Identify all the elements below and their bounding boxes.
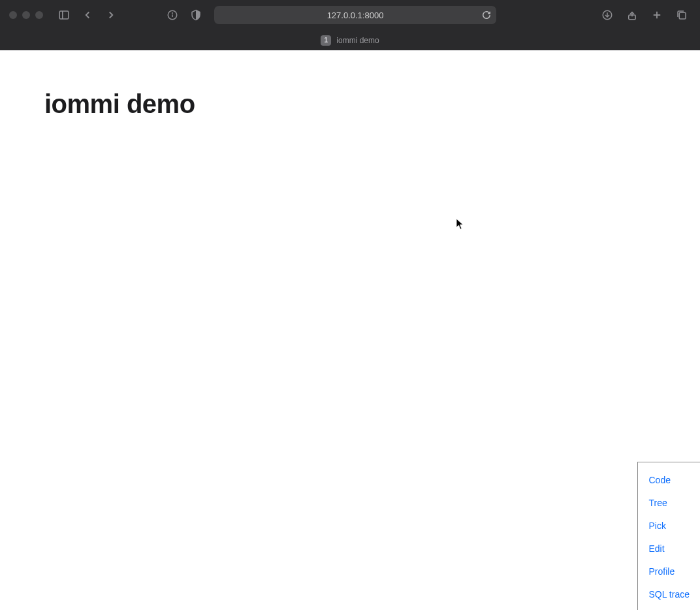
svg-rect-11 [679,12,686,19]
forward-button[interactable] [102,6,120,24]
window-controls [9,11,43,19]
cursor-icon [456,218,465,230]
maximize-window-button[interactable] [35,11,43,19]
debug-link-profile[interactable]: Profile [648,560,690,583]
page-title: iommi demo [44,89,656,119]
privacy-shield-icon[interactable] [187,6,205,24]
browser-tab[interactable]: 1 iommi demo [314,34,385,47]
page-content: iommi demo [0,50,700,158]
address-text: 127.0.0.1:8000 [327,10,384,20]
share-icon[interactable] [623,6,641,24]
debug-link-tree[interactable]: Tree [648,492,690,515]
tabs-overview-icon[interactable] [673,6,691,24]
svg-point-4 [172,13,173,14]
minimize-window-button[interactable] [22,11,30,19]
tab-title: iommi demo [336,36,379,45]
debug-link-pick[interactable]: Pick [648,515,690,538]
debug-link-edit[interactable]: Edit [648,538,690,560]
reload-icon[interactable] [482,10,491,20]
debug-panel: Code Tree Pick Edit Profile SQL trace [637,462,700,610]
tab-badge: 1 [321,35,331,46]
debug-link-sqltrace[interactable]: SQL trace [648,583,690,606]
svg-rect-0 [59,11,69,19]
new-tab-icon[interactable] [648,6,666,24]
tab-strip: 1 iommi demo [0,30,700,50]
back-button[interactable] [78,6,97,24]
downloads-icon[interactable] [598,6,616,24]
browser-chrome: 127.0.0.1:8000 [0,0,700,50]
close-window-button[interactable] [9,11,17,19]
address-bar[interactable]: 127.0.0.1:8000 [214,6,496,24]
browser-toolbar: 127.0.0.1:8000 [0,0,700,30]
debug-link-code[interactable]: Code [648,469,690,492]
site-info-icon[interactable] [163,6,182,24]
sidebar-toggle-icon[interactable] [55,6,73,24]
